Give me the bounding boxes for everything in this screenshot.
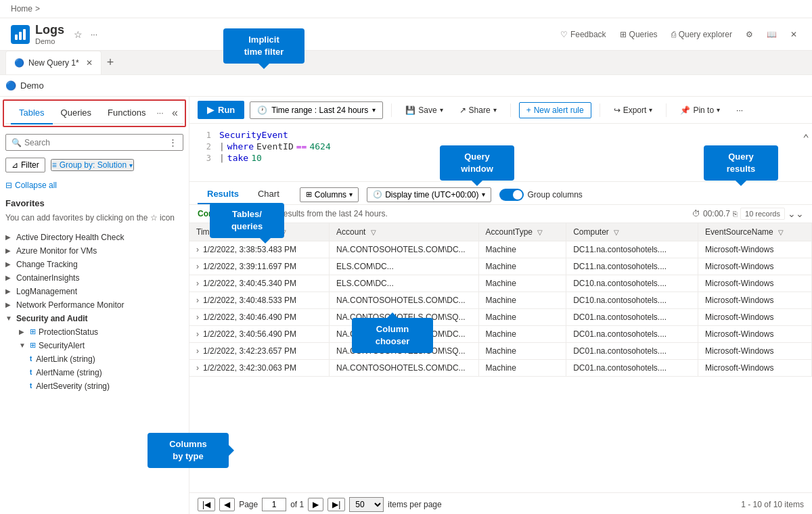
col-timegen[interactable]: TimeGenerated [UTC] ▽: [189, 223, 330, 241]
query-tab-1[interactable]: 🔵 New Query 1* ✕: [5, 51, 102, 74]
results-tab-results[interactable]: Results: [198, 185, 248, 204]
row-expand-icon[interactable]: ›: [196, 363, 199, 373]
cell-account: NA.CONTOSOHOTELS.COM\SQ...: [330, 309, 479, 326]
share-button[interactable]: ↗ Share ▾: [454, 103, 502, 118]
tree-item-alertseverity[interactable]: t AlertSeverity (string): [5, 379, 183, 393]
divider-1: [391, 103, 392, 117]
close-button[interactable]: ✕: [786, 27, 801, 42]
search-options-icon[interactable]: ⋮: [168, 137, 177, 147]
run-button[interactable]: ▶ Run: [198, 101, 244, 119]
editor-resize-handle[interactable]: ···: [189, 164, 812, 176]
filter-icon[interactable]: ▽: [371, 229, 376, 236]
per-page-label: items per page: [388, 500, 441, 509]
tree-item-security[interactable]: ▼ Security and Audit: [5, 312, 183, 325]
save-button[interactable]: 💾 Save ▾: [400, 103, 448, 118]
prev-page-button[interactable]: ◀: [219, 498, 235, 511]
expand-icon[interactable]: ⌄⌄: [788, 208, 804, 219]
tree-item-changetracking[interactable]: ▶ Change Tracking: [5, 258, 183, 271]
tree-item-logmgmt[interactable]: ▶ LogManagement: [5, 285, 183, 298]
more-toolbar-button[interactable]: ···: [731, 103, 748, 118]
row-expand-icon[interactable]: ›: [196, 296, 199, 305]
cell-accounttype: Machine: [478, 258, 566, 275]
col-accounttype[interactable]: AccountType ▽: [478, 223, 566, 241]
clock-icon: 🕐: [257, 106, 267, 115]
last-page-button[interactable]: ▶|: [328, 498, 345, 511]
cell-eventsource: Microsoft-Windows: [698, 326, 812, 343]
first-page-button[interactable]: |◀: [198, 498, 215, 511]
new-tab-button[interactable]: +: [102, 55, 120, 70]
favorite-button[interactable]: ☆: [70, 26, 87, 43]
search-input[interactable]: [24, 138, 166, 147]
collapse-icon: ⊟: [5, 181, 12, 190]
group-by-button[interactable]: ≡ Group by: Solution ▾: [51, 159, 134, 171]
cell-accounttype: Machine: [478, 309, 566, 326]
cell-computer: DC10.na.contosohotels....: [566, 275, 698, 292]
cell-account: NA.CONTOSOHOTELS.COM\DC...: [330, 360, 479, 377]
toggle-switch[interactable]: [499, 189, 524, 201]
book-button[interactable]: 📖: [763, 27, 781, 42]
row-expand-icon[interactable]: ›: [196, 329, 199, 339]
filter-icon[interactable]: ▽: [614, 229, 619, 236]
cell-account: ELS.COM\DC...: [330, 258, 479, 275]
col-account[interactable]: Account ▽: [330, 223, 479, 241]
more-options-button[interactable]: ···: [87, 27, 102, 42]
sidebar-tab-queries[interactable]: Queries: [53, 102, 100, 124]
results-tab-chart[interactable]: Chart: [248, 185, 289, 204]
new-alert-button[interactable]: + New alert rule: [519, 102, 591, 118]
queries-button[interactable]: ⊞ Queries: [616, 27, 662, 42]
divider-4: [666, 103, 667, 117]
row-expand-icon[interactable]: ›: [196, 279, 199, 288]
data-table-container[interactable]: TimeGenerated [UTC] ▽ Account ▽ AccountT…: [189, 223, 812, 492]
tree-item-container[interactable]: ▶ ContainerInsights: [5, 271, 183, 285]
per-page-select[interactable]: 50 100 200: [349, 497, 384, 512]
page-input[interactable]: [262, 498, 286, 511]
tree-item-azuremonitor[interactable]: ▶ Azure Monitor for VMs: [5, 244, 183, 258]
next-page-button[interactable]: ▶: [308, 498, 323, 511]
tree-item-ad[interactable]: ▶ Active Directory Health Check: [5, 231, 183, 244]
feedback-button[interactable]: ♡ Feedback: [556, 27, 610, 42]
time-range-button[interactable]: 🕐 Time range : Last 24 hours ▾: [250, 101, 383, 119]
chevron-right-icon: ▶: [5, 274, 14, 281]
collapse-sidebar-button[interactable]: «: [172, 107, 178, 119]
cell-computer: DC10.na.contosohotels....: [566, 292, 698, 309]
tree-item-securityalert[interactable]: ▼ ⊞ SecurityAlert: [5, 339, 183, 352]
query-editor[interactable]: 1 SecurityEvent 2 | where EventID == 462…: [189, 124, 812, 182]
filter-button[interactable]: ⊿ Filter: [5, 158, 45, 172]
queries-icon: ⊞: [620, 30, 627, 39]
settings-button[interactable]: ⚙: [742, 27, 757, 42]
pin-button[interactable]: 📌 Pin to ▾: [675, 103, 725, 118]
sidebar-tabs-more[interactable]: ···: [156, 108, 163, 118]
export-button[interactable]: ↪ Export ▾: [608, 103, 658, 118]
display-time-button[interactable]: 🕐 Display time (UTC+00:00) ▾: [367, 187, 491, 202]
row-expand-icon[interactable]: ›: [196, 346, 199, 356]
tree-item-protection[interactable]: ▶ ⊞ ProtectionStatus: [5, 325, 183, 339]
cell-accounttype: Machine: [478, 292, 566, 309]
row-expand-icon[interactable]: ›: [196, 312, 199, 322]
tree-item-alertlink[interactable]: t AlertLink (string): [5, 352, 183, 366]
chevron-down-icon: ▼: [5, 314, 14, 322]
cell-timegen: ›1/2/2022, 3:42:23.657 PM: [189, 343, 330, 360]
sidebar-tab-tables[interactable]: Tables: [11, 102, 53, 124]
tree-item-network[interactable]: ▶ Network Performance Monitor: [5, 298, 183, 312]
tree-item-label: Active Directory Health Check: [16, 233, 124, 242]
cell-account: ELS.COM\DC...: [330, 275, 479, 292]
filter-icon[interactable]: ▽: [281, 229, 286, 236]
tab-close-button[interactable]: ✕: [86, 58, 93, 68]
filter-icon[interactable]: ▽: [537, 229, 543, 236]
col-computer[interactable]: Computer ▽: [566, 223, 698, 241]
columns-button[interactable]: ⊞ Columns ▾: [300, 187, 359, 202]
pagination: |◀ ◀ Page of 1 ▶ ▶| 50 100 200 items per…: [189, 492, 812, 514]
svg-rect-0: [15, 34, 18, 40]
breadcrumb-home[interactable]: Home: [11, 4, 32, 14]
query-explorer-button[interactable]: ⎙ Query explorer: [667, 27, 736, 42]
filter-icon[interactable]: ▽: [778, 229, 784, 236]
row-expand-icon[interactable]: ›: [196, 262, 199, 271]
tree-item-alertname[interactable]: t AlertName (string): [5, 366, 183, 379]
sidebar-tab-functions[interactable]: Functions: [99, 102, 154, 124]
favorites-text: You can add favorites by clicking on the…: [5, 212, 183, 224]
collapse-editor-button[interactable]: ⌃: [800, 129, 812, 147]
table-row: ›1/2/2022, 3:40:46.490 PM NA.CONTOSOHOTE…: [189, 309, 812, 326]
col-eventsource[interactable]: EventSourceName ▽: [698, 223, 812, 241]
collapse-all-button[interactable]: ⊟ Collapse all: [5, 181, 183, 190]
row-expand-icon[interactable]: ›: [196, 245, 199, 254]
